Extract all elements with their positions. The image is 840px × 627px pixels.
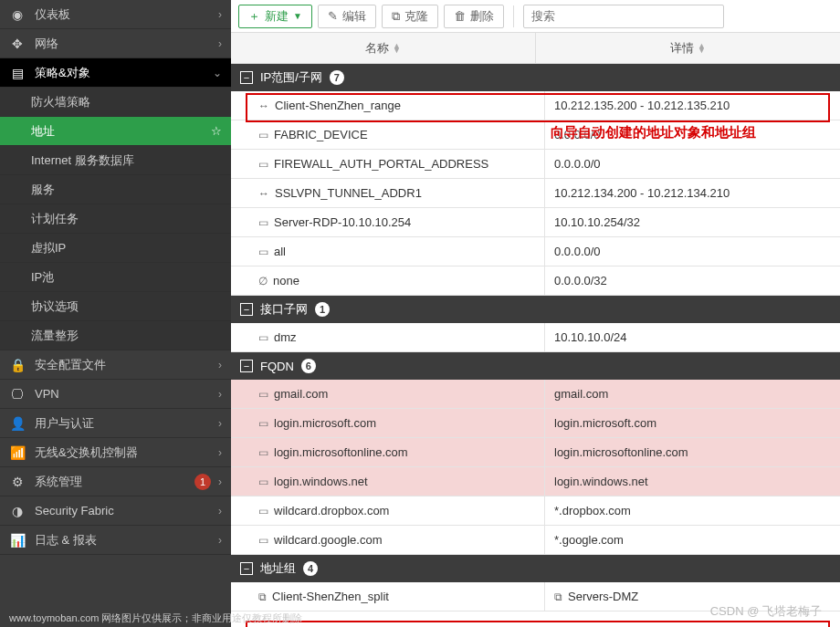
group-count-badge: 6 [301,359,316,373]
sidebar-item-18[interactable]: 📊日志 & 报表› [0,526,231,555]
cell-detail: login.microsoftonline.com [545,438,840,466]
cell-name: ▭FABRIC_DEVICE [231,120,545,149]
sidebar-icon: 📊 [9,533,26,548]
sidebar-item-12[interactable]: 🔒安全配置文件› [0,350,231,380]
cell-name: ▭login.microsoft.com [231,409,545,437]
sidebar-item-1[interactable]: ✥网络› [0,29,231,58]
sidebar-item-11[interactable]: 流量整形 [0,321,231,350]
cell-detail-text: *.google.com [554,533,624,547]
address-type-icon: ▭ [258,246,268,258]
sidebar-item-4[interactable]: 地址☆ [0,117,231,146]
sidebar-item-3[interactable]: 防火墙策略 [0,88,231,117]
sidebar-label: 无线&交换机控制器 [35,444,218,461]
delete-button-label: 删除 [470,8,494,25]
sidebar-icon: 👤 [9,416,26,431]
cell-name: ▭login.windows.net [231,467,545,496]
sidebar-label: 策略&对象 [35,65,213,81]
group-header[interactable]: −IP范围/子网7 [231,64,840,91]
new-button-label: 新建 [265,8,289,25]
table-row[interactable]: ▭gmail.comgmail.com [231,380,840,409]
table-row[interactable]: ▭dmz10.10.10.0/24 [231,323,840,352]
column-name[interactable]: 名称 ▲▼ [231,33,536,63]
sidebar-item-6[interactable]: 服务 [0,175,231,204]
cell-detail-text: login.microsoft.com [554,416,656,430]
sidebar-label: 协议选项 [31,298,222,315]
table-row[interactable]: ▭all0.0.0.0/0 [231,237,840,266]
sidebar-icon: ✥ [9,37,26,51]
group-header[interactable]: −FQDN6 [231,352,840,380]
sidebar-item-16[interactable]: ⚙系统管理1› [0,467,231,496]
sidebar: ◉仪表板›✥网络›▤策略&对象⌄防火墙策略地址☆Internet 服务数据库服务… [0,0,231,627]
chevron-down-icon: ▼ [293,11,302,21]
table-row[interactable]: ▭FIREWALL_AUTH_PORTAL_ADDRESS0.0.0.0/0 [231,150,840,179]
sidebar-label: 网络 [35,36,218,52]
column-detail[interactable]: 详情 ▲▼ [536,33,840,63]
table-row[interactable]: ▭login.windows.netlogin.windows.net [231,467,840,496]
table-header: 名称 ▲▼ 详情 ▲▼ [231,33,840,64]
cell-detail: login.windows.net [545,467,840,496]
group-header[interactable]: −接口子网1 [231,296,840,323]
cell-name: ↔Client-ShenZhen_range [231,91,545,120]
new-button[interactable]: ＋ 新建 ▼ [238,5,312,28]
trash-icon: 🗑 [454,9,466,23]
table-row[interactable]: ▭wildcard.google.com*.google.com [231,526,840,555]
sort-icon: ▲▼ [393,44,401,53]
cell-detail-text: 10.10.10.0/24 [554,330,627,344]
sidebar-item-8[interactable]: 虚拟IP [0,234,231,263]
sidebar-item-7[interactable]: 计划任务 [0,204,231,234]
delete-button[interactable]: 🗑 删除 [444,5,504,28]
address-type-icon: ▭ [258,331,268,344]
cell-detail: *.dropbox.com [545,496,840,525]
cell-detail: 10.10.10.254/32 [545,208,840,236]
cell-name: ▭Server-RDP-10.10.10.254 [231,208,545,236]
table-row[interactable]: ▭login.microsoft.comlogin.microsoft.com [231,409,840,438]
watermark: CSDN @ 飞塔老梅子 [710,603,822,620]
sidebar-label: 服务 [31,182,222,198]
cell-detail-text: 10.212.135.200 - 10.212.135.210 [554,99,730,112]
address-type-icon: ↔ [258,99,269,112]
sidebar-item-10[interactable]: 协议选项 [0,292,231,321]
search-input[interactable] [523,5,724,28]
cell-name-text: SSLVPN_TUNNEL_ADDR1 [275,186,422,200]
clone-icon: ⧉ [392,9,400,24]
sidebar-item-2[interactable]: ▤策略&对象⌄ [0,58,231,88]
sidebar-label: 仪表板 [35,6,218,23]
table-row[interactable]: ▭wildcard.dropbox.com*.dropbox.com [231,496,840,526]
cell-name-text: FIREWALL_AUTH_PORTAL_ADDRESS [274,157,488,171]
sidebar-icon: ▤ [9,66,26,80]
sidebar-item-5[interactable]: Internet 服务数据库 [0,146,231,175]
address-type-icon: ⧉ [258,590,267,603]
cell-name-text: Server-RDP-10.10.10.254 [274,215,411,229]
address-type-icon: ▭ [258,505,268,517]
table-body: −IP范围/子网7↔Client-ShenZhen_range10.212.13… [231,64,840,627]
chevron-icon: › [218,37,222,50]
sidebar-item-0[interactable]: ◉仪表板› [0,0,231,29]
cell-name-text: dmz [274,330,297,344]
cell-detail: 10.212.135.200 - 10.212.135.210 [545,91,840,120]
sidebar-item-13[interactable]: 🖵VPN› [0,380,231,409]
address-group-icon: ⧉ [554,590,562,603]
cell-detail: 0.0.0.0/32 [545,266,840,295]
sidebar-item-9[interactable]: IP池 [0,263,231,292]
sidebar-item-15[interactable]: 📶无线&交换机控制器› [0,438,231,467]
sidebar-item-14[interactable]: 👤用户与认证› [0,409,231,438]
address-type-icon: ▭ [258,158,268,171]
table-row[interactable]: ▭Server-RDP-10.10.10.25410.10.10.254/32 [231,208,840,237]
sidebar-item-17[interactable]: ◑Security Fabric› [0,496,231,526]
sidebar-label: 安全配置文件 [35,357,218,373]
cell-detail-text: Servers-DMZ [568,590,638,603]
table-row[interactable]: ▭login.microsoftonline.comlogin.microsof… [231,438,840,467]
cell-detail: *.google.com [545,526,840,554]
cell-name: ▭FIREWALL_AUTH_PORTAL_ADDRESS [231,150,545,178]
group-header[interactable]: −地址组4 [231,555,840,582]
table-row[interactable]: ∅none0.0.0.0/32 [231,266,840,296]
edit-button[interactable]: ✎ 编辑 [318,5,376,28]
clone-button[interactable]: ⧉ 克隆 [382,5,438,28]
cell-name-text: login.windows.net [274,475,368,488]
cell-detail-text: 0.0.0.0/0 [554,157,601,171]
cell-name: ▭dmz [231,323,545,351]
table-row[interactable]: ↔SSLVPN_TUNNEL_ADDR110.212.134.200 - 10.… [231,179,840,208]
chevron-icon: › [218,8,222,21]
table-row[interactable]: ↔Client-ShenZhen_range10.212.135.200 - 1… [231,91,840,120]
cell-name-text: Client-ShenZhen_split [272,590,389,603]
